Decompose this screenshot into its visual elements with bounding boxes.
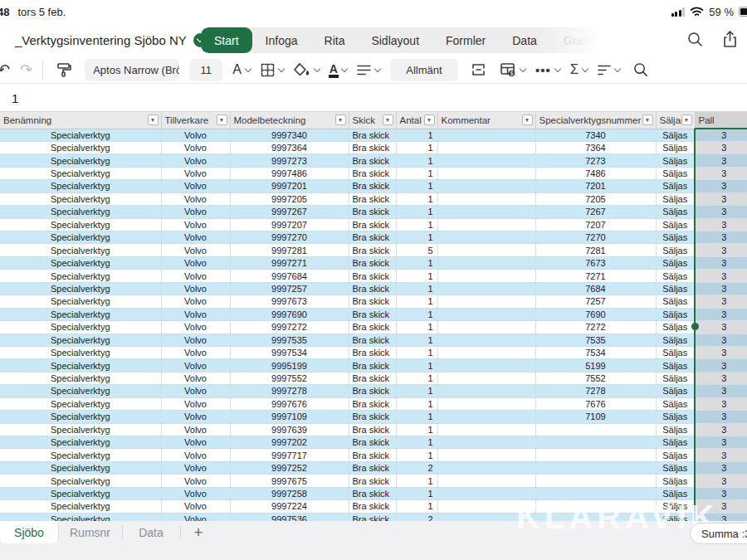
ribbon-tab-infoga[interactable]: Infoga: [252, 27, 311, 53]
table-row[interactable]: SpecialverktygVolvo9997273Bra skick17273…: [0, 154, 747, 167]
cell[interactable]: Bra skick: [349, 475, 396, 487]
cell[interactable]: [437, 129, 535, 141]
cell[interactable]: 1: [396, 154, 437, 167]
cell[interactable]: 3: [695, 359, 747, 372]
cell[interactable]: 3: [695, 334, 747, 346]
cell[interactable]: Säljas: [656, 180, 695, 192]
column-header-skick[interactable]: Skick▼: [349, 112, 396, 129]
cell[interactable]: 3: [695, 436, 747, 449]
cell[interactable]: 1: [396, 282, 437, 295]
cell[interactable]: 9997281: [230, 244, 349, 256]
cell[interactable]: Bra skick: [349, 308, 396, 320]
cell[interactable]: Specialverktyg: [0, 167, 161, 179]
table-row[interactable]: SpecialverktygVolvo9997639Bra skick1Sälj…: [0, 423, 747, 436]
column-header-benämning[interactable]: Benämning▼: [0, 112, 161, 129]
cell[interactable]: 1: [396, 436, 437, 449]
cell[interactable]: [437, 411, 535, 423]
cell[interactable]: 3: [695, 206, 747, 218]
column-header-antal[interactable]: Antal▼: [396, 112, 437, 129]
cell[interactable]: 9997278: [230, 385, 349, 397]
cell[interactable]: Specialverktyg: [0, 423, 161, 436]
cell[interactable]: 1: [396, 167, 437, 179]
cell[interactable]: Volvo: [161, 411, 230, 423]
cell[interactable]: Volvo: [161, 141, 230, 153]
cell[interactable]: 1: [396, 270, 437, 282]
cell[interactable]: 3: [695, 397, 747, 410]
cell[interactable]: Specialverktyg: [0, 500, 161, 513]
search-button[interactable]: [684, 28, 706, 50]
cell[interactable]: 1: [396, 231, 437, 244]
cell[interactable]: Specialverktyg: [0, 461, 161, 474]
cell[interactable]: Bra skick: [349, 270, 396, 282]
table-row[interactable]: SpecialverktygVolvo9997690Bra skick17690…: [0, 308, 747, 320]
cell[interactable]: Volvo: [161, 500, 230, 513]
cell[interactable]: [437, 334, 535, 346]
cell[interactable]: Bra skick: [349, 321, 396, 334]
cell[interactable]: Volvo: [161, 244, 230, 256]
cell[interactable]: Bra skick: [349, 334, 396, 346]
cell[interactable]: 9997202: [230, 436, 349, 449]
cell[interactable]: [535, 449, 656, 461]
cell[interactable]: 9997536: [230, 513, 349, 521]
column-header-tillverkare[interactable]: Tillverkare▼: [161, 112, 230, 129]
cell[interactable]: 1: [396, 359, 437, 372]
table-row[interactable]: SpecialverktygVolvo9997486Bra skick17486…: [0, 167, 747, 179]
cell[interactable]: Bra skick: [349, 513, 396, 521]
font-color-button[interactable]: A: [330, 62, 347, 78]
cell[interactable]: [437, 397, 535, 410]
cell[interactable]: [437, 192, 535, 205]
table-row[interactable]: SpecialverktygVolvo9997684Bra skick17271…: [0, 270, 747, 282]
cell[interactable]: 9997535: [230, 334, 349, 346]
cell[interactable]: 7281: [535, 244, 656, 256]
cell[interactable]: 2: [396, 513, 437, 521]
cell[interactable]: 1: [396, 141, 437, 153]
cell[interactable]: Bra skick: [349, 167, 396, 179]
cell[interactable]: 9997258: [230, 487, 349, 499]
table-row[interactable]: SpecialverktygVolvo9997340Bra skick17340…: [0, 129, 747, 141]
cell[interactable]: Volvo: [161, 218, 230, 231]
cell[interactable]: Volvo: [161, 129, 230, 141]
cell[interactable]: 1: [396, 449, 437, 461]
filter-dropdown-button[interactable]: ▼: [383, 114, 393, 125]
table-row[interactable]: SpecialverktygVolvo9997364Bra skick17364…: [0, 141, 747, 153]
cell[interactable]: 9997267: [230, 206, 349, 218]
document-title[interactable]: _Verktygsinventering Sjöbo NY: [15, 33, 187, 47]
sheet-tab-rumsnr[interactable]: Rumsnr: [58, 521, 122, 543]
fill-color-button[interactable]: [294, 63, 320, 77]
cell[interactable]: 1: [396, 308, 437, 320]
cell[interactable]: [437, 282, 535, 295]
cell[interactable]: [437, 385, 535, 397]
cell[interactable]: [437, 461, 535, 474]
cell[interactable]: Specialverktyg: [0, 206, 161, 218]
cell[interactable]: Volvo: [161, 256, 230, 269]
cell[interactable]: Säljas: [656, 372, 695, 384]
cell[interactable]: 7270: [535, 231, 656, 244]
cell[interactable]: Specialverktyg: [0, 231, 161, 244]
table-row[interactable]: SpecialverktygVolvo9997535Bra skick17535…: [0, 334, 747, 346]
sort-filter-button[interactable]: [598, 65, 620, 75]
cell[interactable]: Säljas: [656, 397, 695, 410]
cell[interactable]: 9997675: [230, 475, 349, 487]
cell[interactable]: Volvo: [161, 192, 230, 205]
cell[interactable]: [437, 270, 535, 282]
cell[interactable]: [437, 256, 535, 269]
cell[interactable]: Bra skick: [349, 359, 396, 372]
cell[interactable]: Säljas: [656, 461, 695, 474]
cell[interactable]: [437, 475, 535, 487]
cell[interactable]: Säljas: [656, 449, 695, 461]
cell[interactable]: [437, 423, 535, 436]
cell[interactable]: 9997684: [230, 270, 349, 282]
table-row[interactable]: SpecialverktygVolvo9997201Bra skick17201…: [0, 180, 747, 192]
cell[interactable]: 3: [695, 487, 747, 499]
cell[interactable]: 3: [695, 308, 747, 320]
cell[interactable]: 9997639: [230, 423, 349, 436]
cell[interactable]: [437, 372, 535, 384]
cell[interactable]: Volvo: [161, 206, 230, 218]
table-row[interactable]: SpecialverktygVolvo9997536Bra skick2Sälj…: [0, 513, 747, 521]
cell[interactable]: 7684: [535, 282, 656, 295]
add-sheet-button[interactable]: +: [180, 521, 217, 543]
sheet-tab-data[interactable]: Data: [122, 521, 180, 543]
cell[interactable]: [437, 218, 535, 231]
filter-dropdown-button[interactable]: ▼: [148, 114, 159, 125]
cell[interactable]: [437, 359, 535, 372]
